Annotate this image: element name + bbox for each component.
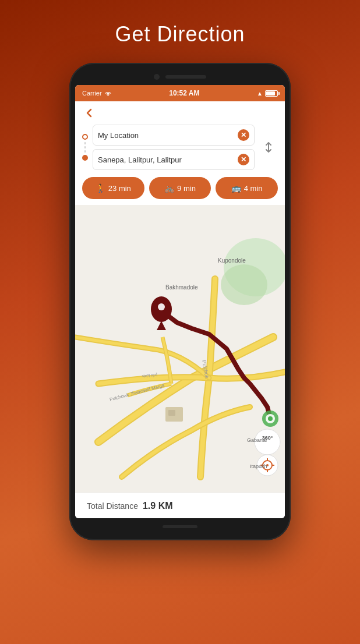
svg-text:Kupondole: Kupondole (218, 257, 246, 264)
destination-input[interactable] (98, 155, 238, 164)
wifi-icon (104, 90, 112, 96)
bike-mode-button[interactable]: 🚲 9 min (149, 177, 211, 199)
origin-dot (82, 134, 88, 140)
phone-camera (154, 74, 160, 80)
phone-shell: Carrier 10:52 AM ▲ (69, 63, 291, 540)
clear-origin-icon: ✕ (241, 132, 246, 139)
clear-origin-button[interactable]: ✕ (238, 129, 249, 141)
phone-top-bar (75, 69, 285, 85)
svg-text:Itapukh: Itapukh (250, 463, 267, 469)
bike-time: 9 min (177, 184, 196, 193)
destination-dot (82, 155, 88, 161)
destination-input-container: ✕ (93, 149, 255, 170)
distance-bar: Total Distance 1.9 KM (75, 493, 285, 518)
svg-text:Bakhmadole: Bakhmadole (165, 284, 198, 291)
car-icon: 🚌 (231, 183, 241, 193)
distance-label: Total Distance (87, 501, 138, 511)
transport-modes: 🚶 23 min 🚲 9 min 🚌 4 min (75, 175, 285, 205)
back-button[interactable] (83, 106, 97, 120)
route-dots (82, 134, 88, 161)
phone-bottom-bar (75, 518, 285, 535)
svg-point-11 (158, 303, 165, 310)
map-svg: 360° Kupondole Bakhmadole Pulchowk Jhams… (75, 205, 285, 493)
svg-point-3 (221, 264, 267, 305)
phone-speaker (165, 75, 206, 79)
car-mode-button[interactable]: 🚌 4 min (216, 177, 278, 199)
status-time: 10:52 AM (169, 89, 199, 97)
svg-point-0 (107, 95, 108, 96)
map-area[interactable]: 360° Kupondole Bakhmadole Pulchowk Jhams… (75, 205, 285, 493)
carrier-label: Carrier (82, 90, 112, 97)
battery-icon (265, 90, 278, 97)
walk-time: 23 min (108, 184, 131, 193)
status-right: ▲ (257, 90, 278, 97)
clear-destination-button[interactable]: ✕ (238, 154, 249, 165)
route-inputs: ✕ ✕ (75, 125, 285, 175)
signal-icon: ▲ (257, 90, 263, 97)
app-header (75, 101, 285, 125)
walk-mode-button[interactable]: 🚶 23 min (82, 177, 144, 199)
origin-input-container: ✕ (93, 125, 255, 146)
svg-text:Gabanal: Gabanal (247, 437, 267, 443)
distance-value: 1.9 KM (143, 501, 173, 511)
phone-screen: Carrier 10:52 AM ▲ (75, 85, 285, 518)
page-title: Get Direction (115, 22, 245, 47)
clear-destination-icon: ✕ (241, 156, 246, 163)
car-time: 4 min (244, 184, 263, 193)
carrier-text: Carrier (82, 90, 102, 97)
svg-point-8 (268, 416, 273, 421)
svg-rect-5 (168, 410, 175, 416)
origin-input[interactable] (98, 131, 238, 140)
swap-button[interactable] (259, 138, 278, 157)
location-inputs: ✕ ✕ (93, 125, 255, 170)
status-bar: Carrier 10:52 AM ▲ (75, 85, 285, 101)
home-indicator (163, 525, 197, 528)
bike-icon: 🚲 (164, 183, 174, 193)
walk-icon: 🚶 (96, 183, 105, 193)
route-dashes (84, 142, 86, 153)
